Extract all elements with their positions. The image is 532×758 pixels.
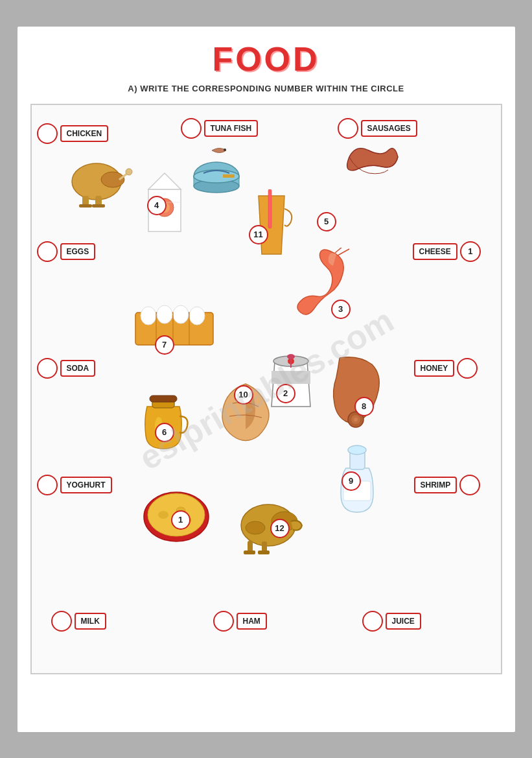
page-title: FOOD [30,40,502,78]
cheese-circle[interactable]: 1 [460,241,481,262]
milk-text: MILK [75,613,106,630]
page-subtitle: A) WRITE THE CORRESPONDING NUMBER WITHIN… [30,84,502,93]
soda-text: SODA [60,360,96,377]
svg-point-40 [354,418,358,421]
svg-point-42 [348,445,366,455]
shrimp-text: SHRIMP [414,477,457,493]
svg-point-33 [287,354,295,359]
svg-point-51 [246,521,265,534]
svg-point-24 [157,305,172,324]
num-7[interactable]: 7 [155,335,174,355]
chicken-illustration [58,144,135,209]
sausages-illustration [336,137,401,189]
num-10[interactable]: 10 [234,385,253,405]
yoghurt-text: YOGHURT [60,477,112,493]
num-4[interactable]: 4 [147,196,167,215]
svg-line-20 [338,249,349,255]
svg-rect-4 [92,204,105,207]
honey-circle[interactable] [457,358,478,379]
svg-marker-15 [148,173,181,189]
honey-label: HONEY [414,358,478,379]
svg-rect-53 [244,551,255,554]
svg-point-7 [126,169,132,175]
svg-point-5 [101,172,124,187]
yoghurt-circle[interactable] [37,475,58,495]
milk-circle[interactable] [51,611,72,632]
ham-circle[interactable] [213,611,234,632]
sausages-circle[interactable] [338,118,358,139]
juice-label: JUICE [362,611,421,632]
sausages-label: SAUSAGES [338,118,417,139]
svg-line-21 [335,248,343,253]
ham-label: HAM [213,611,267,632]
tuna-fish-label: TUNA FISH [181,118,259,139]
svg-point-26 [189,307,205,325]
num-12[interactable]: 12 [270,519,290,538]
chicken-text: CHICKEN [60,125,109,142]
num-11[interactable]: 11 [249,225,268,244]
cheese-text: CHEESE [413,243,457,260]
num-2[interactable]: 2 [276,384,295,403]
milk-label: MILK [51,611,106,632]
page: FOOD A) WRITE THE CORRESPONDING NUMBER W… [14,23,519,736]
honey-jar-illustration [134,384,192,455]
num-5[interactable]: 5 [317,212,336,231]
honey-text: HONEY [414,360,455,377]
eggs-label: EGGS [37,241,96,262]
svg-rect-2 [79,204,92,207]
cheese-label: 1 CHEESE [413,241,481,262]
chicken-circle[interactable] [37,123,58,144]
shrimp-circle[interactable] [459,475,480,495]
tuna-fish-circle[interactable] [181,118,202,139]
num-9[interactable]: 9 [341,471,361,491]
shrimp-label: SHRIMP [414,475,481,495]
num-6[interactable]: 6 [155,423,174,442]
svg-rect-55 [258,551,270,554]
eggs-text: EGGS [60,243,96,260]
juice-text: JUICE [386,613,421,630]
sausages-text: SAUSAGES [361,120,417,137]
tuna-fish-text: TUNA FISH [204,120,259,137]
sausage-links-illustration [320,351,398,442]
ham-text: HAM [237,613,267,630]
svg-point-25 [173,305,189,324]
svg-rect-3 [95,196,102,206]
svg-point-23 [141,307,156,325]
eggs-circle[interactable] [37,241,58,262]
tuna-illustration [187,141,246,199]
svg-point-12 [224,148,226,151]
num-1[interactable]: 1 [171,510,191,530]
yoghurt-label: YOGHURT [37,475,112,495]
chicken-label: CHICKEN [37,123,109,144]
svg-rect-19 [268,189,272,228]
svg-rect-36 [150,396,177,402]
soda-circle[interactable] [37,358,58,379]
svg-rect-13 [223,174,235,178]
content-area: eslprintables.com [30,104,502,674]
roasted-chicken-illustration [229,488,307,556]
juice-circle[interactable] [362,611,383,632]
num-3[interactable]: 3 [331,300,351,319]
svg-rect-1 [82,196,89,206]
num-8[interactable]: 8 [354,397,374,416]
soda-label: SODA [37,358,96,379]
eggs-illustration [132,293,216,351]
svg-point-46 [158,511,168,519]
